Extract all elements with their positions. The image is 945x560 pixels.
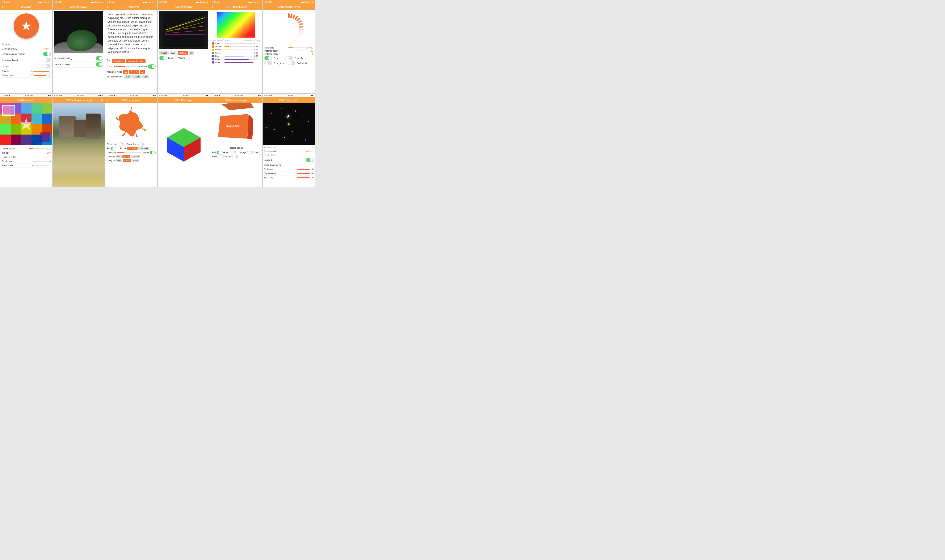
slider-indigo[interactable] xyxy=(225,59,253,60)
slider-red[interactable] xyxy=(225,43,253,44)
line-join-round[interactable]: Round xyxy=(123,159,131,162)
toggle-enabled[interactable] xyxy=(306,158,313,162)
back-button-11[interactable]: ‹ xyxy=(212,98,213,102)
slider-orange[interactable] xyxy=(225,46,253,47)
toggle-trans-yellow[interactable] xyxy=(219,155,225,158)
instance-count-slider[interactable] xyxy=(293,51,310,51)
label-orange: Orange xyxy=(215,46,224,48)
fade-alpha-label: Fade alpha xyxy=(297,62,307,65)
catiledlayer-body: ★ Fade duration 0.25 Tile size 100 xyxy=(0,103,52,186)
toggle-fade-alpha[interactable] xyxy=(288,61,295,65)
playback-normal[interactable]: Normal xyxy=(178,51,188,55)
line-width-slider[interactable] xyxy=(117,152,141,153)
fill-rule-nonzero[interactable]: Non-zero xyxy=(127,147,137,150)
toggle-horizontal-scrolling[interactable] xyxy=(96,56,103,60)
val-orange: 0.17 xyxy=(254,46,261,48)
instance-delay-slider[interactable] xyxy=(294,54,311,54)
fade-duration-slider[interactable] xyxy=(29,148,46,149)
line-join-miter[interactable]: Miter xyxy=(116,159,122,162)
grad-row-indigo: Indigo 0.83 xyxy=(212,58,261,60)
align-btn-justify[interactable]: ☰ xyxy=(140,70,145,74)
layer-size-val: 10 × 30 xyxy=(306,46,313,49)
back-button-1[interactable]: ‹ xyxy=(2,5,3,9)
toggle-trans-blue[interactable] xyxy=(259,151,262,154)
color-brightness-slider[interactable] xyxy=(301,165,313,165)
line-cap-butt[interactable]: Butt xyxy=(116,155,122,158)
back-button-4[interactable]: ‹ xyxy=(159,5,161,9)
layer-size-slider[interactable] xyxy=(288,48,305,48)
back-button-5[interactable]: ‹ xyxy=(212,5,213,9)
toggle-display-contents[interactable] xyxy=(43,52,51,56)
toggle-trans-purple[interactable] xyxy=(232,155,238,158)
corner-radius-slider[interactable] xyxy=(34,75,51,76)
toggle-close-path[interactable] xyxy=(118,143,124,146)
toggle-trans-red[interactable] xyxy=(216,151,222,154)
detail-bias-slider[interactable] xyxy=(32,161,48,162)
levels-detail-slider[interactable] xyxy=(32,157,48,157)
status-time-12: Carrier ▾ xyxy=(264,94,272,97)
trunc-btn-middle[interactable]: Middle xyxy=(132,75,142,78)
tile-size-val: 100 xyxy=(47,152,51,154)
caeagllayer-body xyxy=(158,103,210,186)
slider-yellow[interactable] xyxy=(225,49,253,50)
playback-half[interactable]: 1/2x xyxy=(170,51,177,55)
tiled-grid: ★ xyxy=(0,103,52,145)
back-button-6[interactable]: ‹ xyxy=(264,5,266,9)
back-button-2[interactable]: ‹ xyxy=(54,5,55,9)
slider-opacity[interactable]: 1.0 xyxy=(29,70,51,72)
playback-pause[interactable]: Pause xyxy=(159,51,169,55)
back-button-10[interactable]: ‹ xyxy=(159,98,161,102)
toggle-color-hue[interactable] xyxy=(139,143,144,146)
slider-blue[interactable] xyxy=(225,56,253,57)
label-detail-bias: Detail bias xyxy=(2,160,12,163)
zoom-scale-slider[interactable] xyxy=(32,165,48,166)
font-btn-noteworthy[interactable]: Noteworthy Light xyxy=(126,59,145,63)
detail-bias-val: 0 xyxy=(49,160,51,163)
close-button-8[interactable]: ✕ xyxy=(100,98,103,102)
svg-rect-13 xyxy=(298,23,303,26)
align-btn-left[interactable]: ☰ xyxy=(123,70,128,74)
slider-corner-radius[interactable]: 100 xyxy=(29,74,51,77)
font-btn-helvetica[interactable]: Helvetica xyxy=(112,59,125,63)
back-button-9[interactable]: ‹ xyxy=(107,98,108,102)
trunc-btn-start[interactable]: Start xyxy=(124,75,132,78)
trunc-btn-end[interactable]: End xyxy=(142,75,149,78)
tile-size-slider[interactable] xyxy=(34,152,46,153)
toggle-trans-green[interactable] xyxy=(230,151,236,154)
back-button-7[interactable]: ‹ xyxy=(2,98,3,102)
line-cap-round[interactable]: Round xyxy=(122,155,131,158)
opacity-slider[interactable] xyxy=(33,71,51,72)
back-button-12[interactable]: ‹ xyxy=(264,98,266,102)
toggle-hidden[interactable] xyxy=(43,64,51,68)
back-button-3[interactable]: ‹ xyxy=(107,5,108,9)
prop-contents-gravity[interactable]: Contents gravity center › xyxy=(2,47,51,51)
toggle-trans-orange[interactable] xyxy=(247,151,253,154)
toggle-loop[interactable] xyxy=(159,56,167,60)
nav-title-10: CAEAGLLayer xyxy=(175,98,193,102)
toggle-fill[interactable] xyxy=(111,147,116,150)
line-join-bevel[interactable]: Bevel xyxy=(132,159,139,162)
center-glow: ★ xyxy=(287,122,290,126)
green-range-slider[interactable] xyxy=(297,173,310,174)
prop-render-mode[interactable]: Render mode additive › xyxy=(264,149,313,154)
volume-slider[interactable] xyxy=(188,58,208,58)
slider-green[interactable] xyxy=(225,53,253,53)
line-cap-square[interactable]: Square xyxy=(131,155,140,158)
fill-rule-evenodd[interactable]: Even-odd xyxy=(139,147,149,150)
toggle-fade-green[interactable] xyxy=(264,61,272,65)
toggle-wrap-text[interactable] xyxy=(148,65,156,69)
toggle-vertical-scrolling[interactable] xyxy=(96,62,103,66)
toggle-dashed[interactable] xyxy=(150,151,156,154)
blue-range-slider[interactable] xyxy=(297,177,310,178)
red-range-slider[interactable] xyxy=(297,169,310,169)
star-p5: ★ xyxy=(299,132,301,134)
slider-violet[interactable] xyxy=(225,62,253,63)
align-btn-right[interactable]: ≡ xyxy=(134,70,139,74)
emitter-layer-label: Emitter Layer xyxy=(264,146,313,149)
toggle-fade-red[interactable] xyxy=(264,56,272,60)
toggle-geometry-flipped[interactable] xyxy=(43,58,51,62)
font-size-slider[interactable] xyxy=(114,66,137,67)
playback-2x[interactable]: 2x xyxy=(189,51,194,55)
align-btn-center[interactable]: ≡ xyxy=(129,70,134,74)
toggle-fade-blue[interactable] xyxy=(285,56,293,60)
